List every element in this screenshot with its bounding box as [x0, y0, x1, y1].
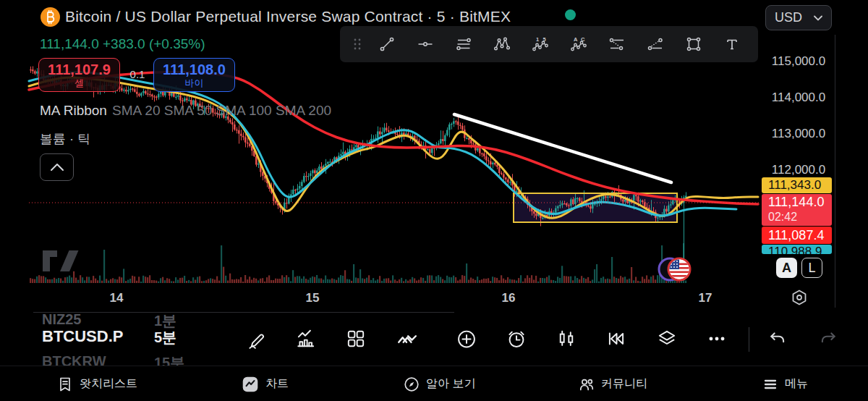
patterns-button[interactable]: [391, 323, 422, 355]
cyan-price-tag: 110,988.9: [762, 245, 832, 254]
nav-menu[interactable]: 메뉴: [762, 366, 808, 401]
xabcd-pattern-tool[interactable]: [482, 28, 521, 60]
nav-explore-label: 알아 보기: [426, 376, 475, 392]
price-change-pct: (+0.35%): [149, 36, 205, 51]
watchlist-icon: [56, 376, 74, 393]
bitcoin-icon: [41, 7, 60, 27]
text-tool-icon: [723, 35, 741, 53]
chart-type-button[interactable]: [550, 323, 582, 355]
candles-icon: [556, 328, 577, 350]
long-position-tool[interactable]: [597, 28, 636, 60]
nav-watchlist[interactable]: 왓치리스트: [56, 366, 137, 401]
ma-ribbon-title: MA Ribbon: [40, 103, 107, 118]
spread-value: 0.1: [122, 68, 153, 80]
symbol-selector[interactable]: BTCUSD.P: [42, 327, 123, 346]
drawing-toolbar: 1 5 A C: [340, 26, 758, 62]
price-axis-separator: [835, 35, 835, 308]
toolbar-divider: [749, 327, 749, 352]
pencil-icon: [246, 328, 268, 350]
community-icon: [578, 376, 595, 393]
chart-settings-button[interactable]: [790, 289, 809, 306]
sell-price: 111,107.9: [48, 62, 111, 77]
zigzag-patterns-icon: [396, 328, 417, 350]
undo-button[interactable]: [762, 323, 793, 355]
chevron-up-icon: [49, 162, 65, 172]
chart-title: Bitcoin / US Dollar Perpetual Inverse Sw…: [65, 8, 511, 25]
abc-correction-icon: A C: [570, 35, 587, 53]
add-button[interactable]: [451, 323, 482, 355]
long-position-icon: [608, 35, 626, 53]
elliott-impulse-wave-icon: 1 5: [532, 35, 549, 53]
parallel-channel-icon: [455, 35, 472, 53]
nav-community[interactable]: 커뮤니티: [578, 366, 647, 401]
log-scale-button[interactable]: L: [801, 258, 822, 278]
menu-icon: [762, 376, 779, 393]
indicators-button[interactable]: [290, 323, 322, 355]
picker-divider: [33, 312, 454, 313]
y-axis-tick: 114,000.0: [764, 90, 833, 105]
x-axis-tick: 17: [693, 291, 718, 305]
alerts-button[interactable]: [501, 323, 532, 355]
last-price: 111,144.0: [40, 36, 99, 51]
sell-label: 셀: [75, 78, 84, 88]
ellipsis-icon: [706, 328, 728, 350]
bar-countdown: 02:42: [768, 210, 832, 224]
draw-button[interactable]: [241, 323, 273, 355]
buy-button[interactable]: 111,108.0 바이: [153, 58, 235, 92]
chart-icon: [241, 375, 260, 394]
layout-grid-icon: [345, 328, 367, 350]
ma-ribbon-legend[interactable]: MA RibbonSMA 20 SMA 50 SMA 100 SMA 200: [40, 103, 331, 119]
sell-button[interactable]: 111,107.9 셀: [38, 58, 120, 92]
redo-icon: [819, 329, 838, 348]
currency-label: USD: [775, 10, 802, 25]
more-button[interactable]: [701, 323, 733, 355]
svg-text:A: A: [574, 36, 578, 43]
y-axis-tick: 112,000.0: [764, 163, 833, 177]
svg-text:1: 1: [536, 36, 539, 43]
volume-legend[interactable]: 볼륨 · 틱: [40, 130, 90, 148]
forecast-tool[interactable]: [636, 28, 674, 60]
rectangle-icon: [685, 35, 702, 53]
red-price-tag: 111,087.4: [762, 227, 832, 244]
x-axis-tick: 16: [496, 291, 521, 305]
collapse-legend-button[interactable]: [40, 153, 74, 181]
x-axis-tick: 14: [104, 291, 129, 305]
interval-selector[interactable]: 5분: [154, 328, 176, 347]
x-axis-tick: 15: [300, 291, 325, 305]
high-price-tag: 111,343.0: [762, 177, 832, 193]
object-tree-button[interactable]: [651, 323, 683, 355]
quote-line: 111,144.0 +383.0 (+0.35%): [40, 36, 205, 52]
nav-chart-label: 차트: [265, 376, 289, 392]
trading-app: Bitcoin / US Dollar Perpetual Inverse Sw…: [0, 0, 868, 401]
nav-explore[interactable]: 알아 보기: [403, 366, 475, 401]
text-tool[interactable]: [712, 28, 751, 60]
redo-button[interactable]: [812, 323, 844, 355]
xabcd-pattern-icon: [493, 35, 511, 53]
layouts-button[interactable]: [340, 323, 372, 355]
parallel-channel-tool[interactable]: [444, 28, 482, 60]
economic-event-flag-icon[interactable]: [659, 258, 690, 280]
y-axis-tick: 115,000.0: [764, 54, 833, 69]
undo-icon: [768, 329, 787, 348]
nav-menu-label: 메뉴: [785, 376, 808, 392]
forecast-icon: [647, 35, 664, 53]
tradingview-watermark: [43, 250, 79, 271]
picker-prev-symbol[interactable]: NIZ25: [42, 311, 81, 328]
abc-correction-tool[interactable]: A C: [559, 28, 597, 60]
last-price-tag-value: 111,144.0: [768, 194, 832, 210]
rectangle-tool[interactable]: [674, 28, 712, 60]
trend-line-tool[interactable]: [367, 28, 406, 60]
buy-price: 111,108.0: [163, 62, 226, 77]
nav-watchlist-label: 왓치리스트: [80, 376, 137, 392]
settings-hex-icon: [790, 289, 809, 306]
trend-line-icon: [378, 35, 396, 53]
ma-ribbon-params: SMA 20 SMA 50 SMA 100 SMA 200: [112, 103, 331, 118]
elliott-impulse-wave-tool[interactable]: 1 5: [521, 28, 559, 60]
auto-scale-button[interactable]: A: [776, 258, 797, 278]
plus-circle-icon: [456, 328, 477, 350]
horizontal-line-tool[interactable]: [406, 28, 444, 60]
nav-chart[interactable]: 차트: [241, 366, 289, 401]
replay-button[interactable]: [600, 323, 632, 355]
drag-handle-icon[interactable]: [347, 35, 367, 53]
currency-dropdown[interactable]: USD: [765, 5, 832, 30]
